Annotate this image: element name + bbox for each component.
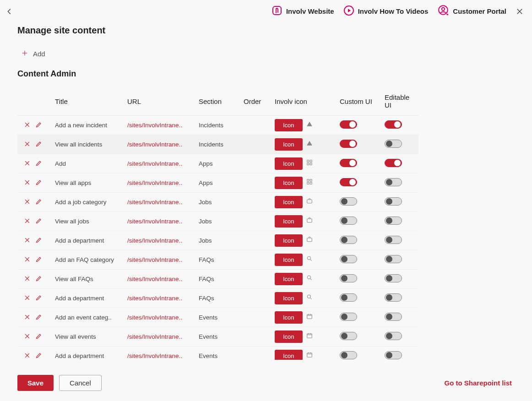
delete-row-icon[interactable] xyxy=(24,160,31,167)
icon-picker-button[interactable]: Icon xyxy=(275,119,303,131)
custom-ui-toggle[interactable] xyxy=(340,332,357,340)
custom-ui-toggle[interactable] xyxy=(340,197,357,206)
edit-row-icon[interactable] xyxy=(35,314,42,320)
icon-picker-button[interactable]: Icon xyxy=(275,292,303,304)
delete-row-icon[interactable] xyxy=(24,217,31,224)
cancel-button[interactable]: Cancel xyxy=(59,375,102,391)
custom-ui-toggle[interactable] xyxy=(340,236,357,244)
editable-ui-toggle[interactable] xyxy=(385,351,402,359)
icon-picker-button[interactable]: Icon xyxy=(275,311,303,324)
row-url[interactable]: /sites/InvolvIntrane.. xyxy=(125,116,196,135)
custom-ui-toggle[interactable] xyxy=(340,293,357,302)
content-table-wrapper[interactable]: Title URL Section Order Involv icon Cust… xyxy=(17,85,514,360)
icon-picker-button[interactable]: Icon xyxy=(275,196,303,208)
icon-picker-button[interactable]: Icon xyxy=(275,350,303,360)
editable-ui-toggle[interactable] xyxy=(385,332,402,340)
edit-row-icon[interactable] xyxy=(35,294,42,301)
custom-ui-toggle[interactable] xyxy=(340,178,357,186)
icon-picker-button[interactable]: Icon xyxy=(275,254,303,266)
delete-row-icon[interactable] xyxy=(24,352,31,359)
icon-picker-button[interactable]: Icon xyxy=(275,331,303,343)
row-url[interactable]: /sites/InvolvIntrane.. xyxy=(125,308,196,327)
editable-ui-toggle[interactable] xyxy=(385,293,402,302)
edit-row-icon[interactable] xyxy=(35,160,42,167)
edit-row-icon[interactable] xyxy=(35,179,42,186)
row-title: View all events xyxy=(52,327,125,347)
row-url[interactable]: /sites/InvolvIntrane.. xyxy=(125,231,196,250)
custom-ui-toggle[interactable] xyxy=(340,120,357,129)
row-section: Jobs xyxy=(196,212,241,231)
editable-ui-toggle[interactable] xyxy=(385,217,402,225)
edit-row-icon[interactable] xyxy=(35,121,42,128)
icon-picker-button[interactable]: Icon xyxy=(275,138,303,151)
row-url[interactable]: /sites/InvolvIntrane.. xyxy=(125,289,196,308)
svg-rect-23 xyxy=(307,334,312,338)
row-url[interactable]: /sites/InvolvIntrane.. xyxy=(125,347,196,360)
delete-row-icon[interactable] xyxy=(24,141,31,147)
editable-ui-toggle[interactable] xyxy=(385,178,402,186)
row-url[interactable]: /sites/InvolvIntrane.. xyxy=(125,173,196,193)
editable-ui-toggle[interactable] xyxy=(385,274,402,282)
editable-ui-toggle[interactable] xyxy=(385,159,402,167)
row-section: FAQs xyxy=(196,250,241,270)
editable-ui-toggle[interactable] xyxy=(385,236,402,244)
edit-row-icon[interactable] xyxy=(35,333,42,340)
row-section: Events xyxy=(196,347,241,360)
svg-point-21 xyxy=(307,295,310,298)
col-icon: Involv icon xyxy=(272,85,337,116)
save-button[interactable]: Save xyxy=(17,375,54,391)
custom-ui-toggle[interactable] xyxy=(340,255,357,263)
edit-row-icon[interactable] xyxy=(35,237,42,244)
row-url[interactable]: /sites/InvolvIntrane.. xyxy=(125,135,196,154)
close-icon[interactable] xyxy=(516,7,524,16)
edit-row-icon[interactable] xyxy=(35,352,42,359)
row-title: Add an FAQ category xyxy=(52,250,125,270)
delete-row-icon[interactable] xyxy=(24,179,31,186)
edit-row-icon[interactable] xyxy=(35,275,42,282)
back-arrow-icon[interactable] xyxy=(5,6,15,16)
custom-ui-toggle[interactable] xyxy=(340,274,357,282)
edit-row-icon[interactable] xyxy=(35,256,42,263)
add-button[interactable]: Add xyxy=(0,38,532,63)
row-url[interactable]: /sites/InvolvIntrane.. xyxy=(125,270,196,289)
editable-ui-toggle[interactable] xyxy=(385,197,402,206)
delete-row-icon[interactable] xyxy=(24,237,31,244)
header-link-website[interactable]: Involv Website xyxy=(271,5,334,17)
row-url[interactable]: /sites/InvolvIntrane.. xyxy=(125,212,196,231)
svg-rect-13 xyxy=(310,179,312,181)
icon-picker-button[interactable]: Icon xyxy=(275,177,303,189)
add-label: Add xyxy=(33,50,45,58)
custom-ui-toggle[interactable] xyxy=(340,313,357,321)
icon-picker-button[interactable]: Icon xyxy=(275,215,303,228)
header-link-portal[interactable]: Customer Portal xyxy=(437,5,506,18)
icon-picker-button[interactable]: Icon xyxy=(275,234,303,247)
delete-row-icon[interactable] xyxy=(24,121,31,128)
delete-row-icon[interactable] xyxy=(24,198,31,205)
table-row: View all apps/sites/InvolvIntrane..AppsI… xyxy=(17,173,418,193)
editable-ui-toggle[interactable] xyxy=(385,313,402,321)
row-url[interactable]: /sites/InvolvIntrane.. xyxy=(125,154,196,173)
custom-ui-toggle[interactable] xyxy=(340,351,357,359)
delete-row-icon[interactable] xyxy=(24,333,31,340)
involv-logo-icon xyxy=(271,5,282,17)
delete-row-icon[interactable] xyxy=(24,256,31,263)
row-url[interactable]: /sites/InvolvIntrane.. xyxy=(125,327,196,347)
editable-ui-toggle[interactable] xyxy=(385,140,402,148)
edit-row-icon[interactable] xyxy=(35,141,42,147)
edit-row-icon[interactable] xyxy=(35,198,42,205)
icon-picker-button[interactable]: Icon xyxy=(275,157,303,170)
row-url[interactable]: /sites/InvolvIntrane.. xyxy=(125,193,196,212)
edit-row-icon[interactable] xyxy=(35,217,42,224)
header-link-videos[interactable]: Involv How To Videos xyxy=(343,5,429,17)
sharepoint-link[interactable]: Go to Sharepoint list xyxy=(444,379,512,387)
icon-picker-button[interactable]: Icon xyxy=(275,273,303,285)
editable-ui-toggle[interactable] xyxy=(385,120,402,129)
custom-ui-toggle[interactable] xyxy=(340,140,357,148)
custom-ui-toggle[interactable] xyxy=(340,159,357,167)
delete-row-icon[interactable] xyxy=(24,275,31,282)
delete-row-icon[interactable] xyxy=(24,314,31,320)
editable-ui-toggle[interactable] xyxy=(385,255,402,263)
custom-ui-toggle[interactable] xyxy=(340,217,357,225)
delete-row-icon[interactable] xyxy=(24,294,31,301)
row-url[interactable]: /sites/InvolvIntrane.. xyxy=(125,250,196,270)
